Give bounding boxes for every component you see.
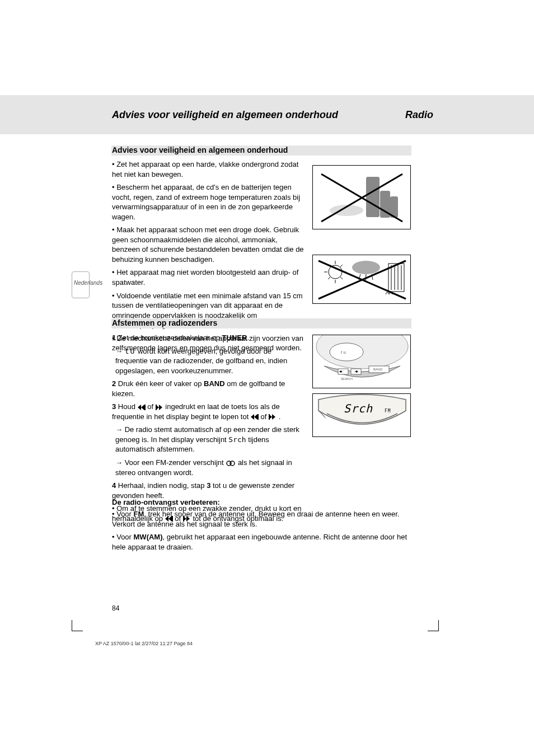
radio-title: Afstemmen op radiozenders <box>112 318 217 327</box>
t: , trek het snoer van de antenne uit. Bew… <box>112 510 399 528</box>
t: of <box>147 402 155 411</box>
svg-rect-0 <box>366 177 380 217</box>
t: . <box>247 334 249 342</box>
srch-text: Srch <box>228 435 246 444</box>
maintenance-item: Maak het apparaat schoon met een droge d… <box>112 226 304 264</box>
svg-marker-33 <box>254 414 257 420</box>
svg-text:SEARCH: SEARCH <box>341 377 353 381</box>
radio-step3-res1: De radio stemt automatisch af op een zen… <box>115 425 299 444</box>
svg-text:t u: t u <box>341 350 346 355</box>
svg-marker-26 <box>138 405 141 410</box>
svg-point-15 <box>352 261 380 274</box>
t: . <box>279 412 281 421</box>
svg-line-14 <box>328 277 330 279</box>
stereo-icon <box>226 461 236 466</box>
radio-step2: Druk één keer of vaker op <box>118 379 204 388</box>
crop-mark <box>428 620 439 631</box>
next-icon <box>269 414 277 420</box>
radio-step3-res2: Voor een FM-zender verschijnt <box>125 458 226 467</box>
display-band-text: FM <box>385 408 391 414</box>
page-number: 84 <box>112 604 119 612</box>
svg-marker-32 <box>251 414 254 420</box>
t: of <box>261 412 269 421</box>
svg-marker-36 <box>272 414 275 420</box>
next-icon <box>156 405 163 410</box>
radio-step1: Zet de bronkeuzeschakelaar op <box>118 334 222 342</box>
maintenance-item: Het apparaat mag niet worden blootgestel… <box>112 268 298 287</box>
svg-line-13 <box>340 265 343 267</box>
t: Voor <box>116 510 133 518</box>
language-tab-label: Nederlands <box>74 280 102 286</box>
svg-rect-28 <box>144 405 146 410</box>
illustration-no-chemicals <box>312 165 411 229</box>
radio-step3a: Houd <box>118 402 138 411</box>
svg-marker-30 <box>159 405 162 410</box>
maintenance-item: Bescherm het apparaat, de cd's en de bat… <box>112 183 300 221</box>
header-section-right: Radio <box>405 109 433 121</box>
t: Voor <box>116 533 133 541</box>
svg-marker-27 <box>141 405 144 410</box>
svg-line-12 <box>340 277 343 279</box>
svg-point-39 <box>230 461 235 466</box>
display-srch-text: Srch <box>344 402 373 415</box>
svg-rect-31 <box>156 405 157 410</box>
radio-step2-key: BAND <box>204 379 225 388</box>
improve-body: • Voor FM, trek het snoer van de antenne… <box>112 509 411 555</box>
improve-mw: MW(AM) <box>134 533 163 541</box>
prev-icon <box>251 414 259 420</box>
illustration-no-heat-moisture <box>312 255 411 304</box>
svg-text:BAND: BAND <box>373 368 383 371</box>
crop-mark <box>72 620 83 631</box>
svg-rect-37 <box>269 414 270 420</box>
svg-rect-34 <box>257 414 259 420</box>
radio-step1-key: TUNER <box>222 334 247 342</box>
svg-point-47 <box>330 343 363 361</box>
prev-icon <box>138 405 146 410</box>
radio-step4: Herhaal, indien nodig, stap <box>118 481 207 490</box>
maintenance-item: Zet het apparaat op een harde, vlakke on… <box>112 160 298 179</box>
footer-filename: XP AZ 1570/00-1 lat 2/27/02 11:27 Page 8… <box>95 641 193 646</box>
header-section-left: Advies voor veiligheid en algemeen onder… <box>112 109 338 121</box>
illustration-display-srch: Srch FM <box>312 393 411 437</box>
improve-title: De radio-ontvangst verbeteren: <box>112 498 220 506</box>
improve-fm: FM <box>134 510 144 518</box>
radio-step1-result: wordt kort weergegeven, gevolgd door de … <box>115 347 287 375</box>
maintenance-title: Advies voor veiligheid en algemeen onder… <box>112 145 288 154</box>
illustration-device-buttons: t u SEARCH BAND <box>312 335 411 388</box>
